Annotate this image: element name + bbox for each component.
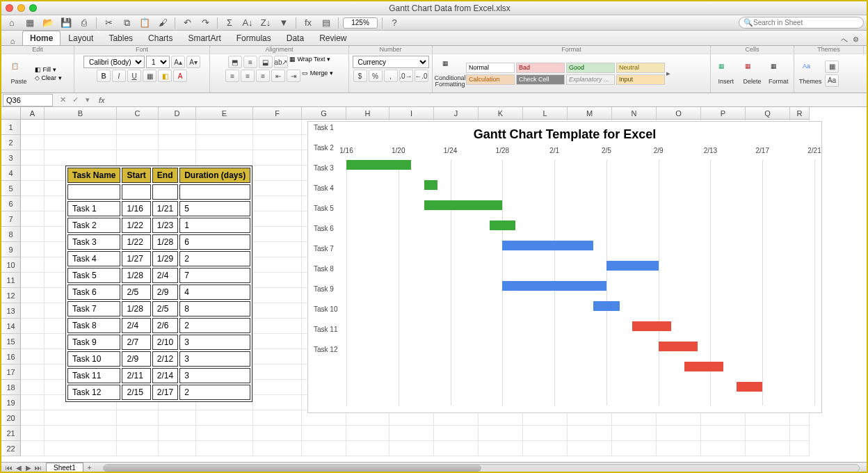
theme-fonts-button[interactable]: Aa xyxy=(825,74,839,87)
style-normal[interactable]: Normal xyxy=(466,63,515,73)
confirm-formula-icon[interactable]: ✓ xyxy=(70,95,81,106)
number-format-select[interactable]: Currency xyxy=(353,56,429,68)
sheet-nav-next-icon[interactable]: ▶ xyxy=(24,464,33,472)
paste-button[interactable]: 📋Paste xyxy=(4,57,33,90)
row-header-20[interactable]: 20 xyxy=(1,410,21,426)
undo-icon[interactable]: ↶ xyxy=(179,17,195,29)
search-input[interactable] xyxy=(753,19,859,26)
collapse-ribbon-icon[interactable]: ヘ xyxy=(841,35,851,45)
sort-asc-icon[interactable]: A↓ xyxy=(240,17,255,29)
col-header-P[interactable]: P xyxy=(701,107,746,119)
zoom-select[interactable] xyxy=(343,17,378,29)
dec-decimal-button[interactable]: ←.0 xyxy=(415,70,428,82)
indent-inc-button[interactable]: ⇥ xyxy=(287,70,300,82)
ribbon-home-icon[interactable]: ⌂ xyxy=(6,37,19,45)
font-color-button[interactable]: A xyxy=(173,70,187,82)
formula-input[interactable] xyxy=(108,95,867,105)
fx-icon[interactable]: fx xyxy=(300,17,316,29)
home-icon[interactable]: ⌂ xyxy=(4,17,19,29)
inc-decimal-button[interactable]: .0→ xyxy=(399,70,413,82)
row-header-1[interactable]: 1 xyxy=(1,120,21,135)
bold-button[interactable]: B xyxy=(97,70,111,82)
row-header-6[interactable]: 6 xyxy=(1,196,21,211)
row-header-21[interactable]: 21 xyxy=(1,426,21,441)
help-icon[interactable]: ? xyxy=(387,17,402,29)
align-right-button[interactable]: ≡ xyxy=(256,70,270,82)
paste-icon[interactable]: 📋 xyxy=(137,17,152,29)
col-header-C[interactable]: C xyxy=(117,107,159,119)
ribbon-tab-layout[interactable]: Layout xyxy=(61,31,101,45)
row-header-4[interactable]: 4 xyxy=(1,166,21,181)
italic-button[interactable]: I xyxy=(112,70,126,82)
search-box[interactable]: 🔍 xyxy=(739,17,864,29)
comma-button[interactable]: , xyxy=(384,70,398,82)
row-header-2[interactable]: 2 xyxy=(1,135,21,150)
save-icon[interactable]: 💾 xyxy=(58,17,74,29)
cut-icon[interactable]: ✂ xyxy=(101,17,116,29)
sheet-tab-active[interactable]: Sheet1 xyxy=(46,463,83,473)
col-header-Q[interactable]: Q xyxy=(746,107,790,119)
indent-dec-button[interactable]: ⇤ xyxy=(271,70,285,82)
row-header-16[interactable]: 16 xyxy=(1,349,21,364)
sheet-nav-prev-icon[interactable]: ◀ xyxy=(14,464,24,472)
name-box[interactable] xyxy=(3,94,53,106)
sheet-nav-first-icon[interactable]: ⏮ xyxy=(4,464,14,472)
zoom-icon[interactable] xyxy=(29,4,37,12)
add-sheet-icon[interactable]: + xyxy=(83,463,96,472)
cancel-formula-icon[interactable]: ✕ xyxy=(57,95,68,106)
row-header-10[interactable]: 10 xyxy=(1,257,21,273)
ribbon-tab-smartart[interactable]: SmartArt xyxy=(180,31,228,45)
col-header-B[interactable]: B xyxy=(45,107,117,119)
col-header-K[interactable]: K xyxy=(479,107,523,119)
style-calculation[interactable]: Calculation xyxy=(466,74,515,85)
clear-button[interactable]: ◇ Clear ▾ xyxy=(35,74,62,81)
show-formula-icon[interactable]: ▤ xyxy=(319,17,334,29)
col-header-E[interactable]: E xyxy=(196,107,253,119)
row-header-12[interactable]: 12 xyxy=(1,288,21,303)
close-icon[interactable] xyxy=(6,4,13,12)
row-header-5[interactable]: 5 xyxy=(1,181,21,196)
col-header-I[interactable]: I xyxy=(389,107,434,119)
settings-gear-icon[interactable]: ⚙ xyxy=(853,35,862,45)
font-size-select[interactable]: 12 xyxy=(146,56,170,68)
col-header-A[interactable]: A xyxy=(21,107,45,119)
fill-color-button[interactable]: ◧ xyxy=(158,70,172,82)
select-all-corner[interactable] xyxy=(1,107,21,119)
format-painter-icon[interactable]: 🖌 xyxy=(155,17,170,29)
redo-icon[interactable]: ↷ xyxy=(198,17,213,29)
align-center-button[interactable]: ≡ xyxy=(241,70,255,82)
row-header-22[interactable]: 22 xyxy=(1,441,21,456)
col-header-O[interactable]: O xyxy=(657,107,701,119)
row-header-13[interactable]: 13 xyxy=(1,303,21,319)
currency-button[interactable]: $ xyxy=(353,70,367,82)
row-header-18[interactable]: 18 xyxy=(1,380,21,395)
filter-icon[interactable]: ▼ xyxy=(276,17,291,29)
border-button[interactable]: ▦ xyxy=(143,70,156,82)
row-header-19[interactable]: 19 xyxy=(1,395,21,410)
style-explanatory[interactable]: Explanatory ... xyxy=(566,74,615,85)
insert-function-icon[interactable]: ▾ xyxy=(82,95,93,106)
print-icon[interactable]: ⎙ xyxy=(77,17,92,29)
align-left-button[interactable]: ≡ xyxy=(225,70,239,82)
col-header-D[interactable]: D xyxy=(159,107,196,119)
shrink-font-button[interactable]: A▾ xyxy=(186,56,200,68)
autosum-icon[interactable]: Σ xyxy=(222,17,237,29)
spreadsheet-grid[interactable]: ABCDEFGHIJKLMNOPQR 123456789101112131415… xyxy=(1,107,867,462)
row-header-3[interactable]: 3 xyxy=(1,150,21,166)
row-header-8[interactable]: 8 xyxy=(1,227,21,242)
row-header-15[interactable]: 15 xyxy=(1,334,21,349)
sort-desc-icon[interactable]: Z↓ xyxy=(258,17,273,29)
delete-cells-button[interactable]: ▦Delete xyxy=(740,57,765,90)
theme-colors-button[interactable]: ▦ xyxy=(825,61,839,73)
ribbon-tab-tables[interactable]: Tables xyxy=(101,31,140,45)
wrap-text-button[interactable]: ▦ Wrap Text ▾ xyxy=(289,56,330,68)
ribbon-tab-charts[interactable]: Charts xyxy=(140,31,180,45)
style-bad[interactable]: Bad xyxy=(516,63,565,73)
underline-button[interactable]: U xyxy=(127,70,141,82)
style-check-cell[interactable]: Check Cell xyxy=(516,74,565,85)
copy-icon[interactable]: ⧉ xyxy=(119,17,134,29)
ribbon-tab-review[interactable]: Review xyxy=(312,31,354,45)
fill-button[interactable]: ◧ Fill ▾ xyxy=(35,66,56,73)
align-top-button[interactable]: ⬒ xyxy=(228,56,242,68)
grow-font-button[interactable]: A▴ xyxy=(171,56,185,68)
